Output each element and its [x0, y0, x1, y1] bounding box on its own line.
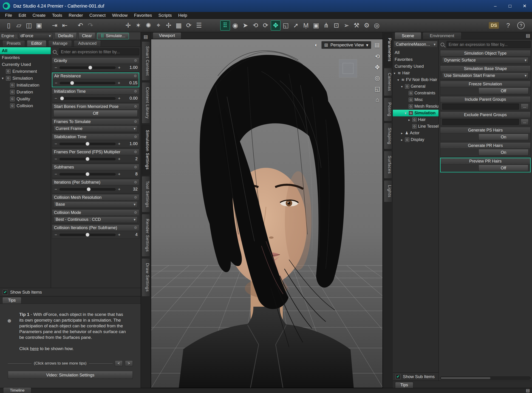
param-value[interactable]: 0.00	[123, 96, 138, 101]
translate-tool-icon[interactable]: ✥	[271, 20, 280, 30]
tab-lights[interactable]: Lights	[384, 180, 392, 202]
maximize-button[interactable]: □	[502, 0, 517, 12]
scale-tool-icon[interactable]: ◱	[281, 20, 291, 30]
menu-window[interactable]: Window	[109, 12, 131, 19]
param-menu-icon[interactable]: ⚙	[134, 89, 137, 93]
param-menu-icon[interactable]: ⚙	[134, 104, 137, 108]
lighting-sphere-icon[interactable]: ◐	[315, 42, 318, 48]
close-button[interactable]: ✕	[517, 0, 532, 12]
tab-posing[interactable]: Posing	[384, 98, 392, 121]
rotate-tool-icon[interactable]: ⟲	[251, 20, 260, 30]
tree-item-mesh-resolution[interactable]: G Mesh Resolu...	[393, 103, 438, 110]
create-light-icon[interactable]: ✺	[144, 20, 153, 30]
iterations-slider[interactable]	[60, 188, 115, 191]
tab-presets[interactable]: Presets	[2, 40, 25, 47]
tree-item-constraints[interactable]: G Constraints	[393, 90, 438, 96]
create-instance-icon[interactable]: ⟳	[184, 20, 194, 30]
param-menu-icon[interactable]: ⚙	[134, 195, 137, 200]
increment-button[interactable]: +	[117, 172, 121, 177]
slider-handle[interactable]	[86, 172, 89, 176]
air-resistance-slider[interactable]	[60, 82, 115, 84]
param-value[interactable]: 32	[123, 187, 138, 192]
exclude-parent-groups-field[interactable]	[442, 119, 519, 125]
scene-category-all[interactable]: All	[393, 49, 438, 56]
tab-parameters[interactable]: Parameters	[384, 33, 392, 66]
param-menu-icon[interactable]: ⚙	[134, 59, 137, 63]
redo-icon[interactable]: ↷	[86, 20, 95, 30]
create-prop-icon[interactable]: ✶	[134, 20, 143, 30]
param-menu-icon[interactable]: ⚙	[134, 165, 137, 169]
pane-menu-icon[interactable]: ▤	[374, 42, 380, 48]
simulate-button[interactable]: ⠿ Simulate...	[97, 33, 129, 39]
new-file-icon[interactable]: ▯	[4, 20, 14, 30]
orbit-view-icon[interactable]: ⟲	[375, 53, 380, 60]
create-group-icon[interactable]: ▦	[174, 20, 184, 30]
increment-button[interactable]: +	[117, 157, 121, 162]
decrement-button[interactable]: −	[54, 141, 58, 147]
param-value[interactable]: 1.00	[123, 65, 138, 70]
menu-help[interactable]: Help	[175, 12, 190, 19]
next-tip-button[interactable]: >	[125, 360, 133, 366]
increment-button[interactable]: +	[117, 232, 121, 237]
start-bones-toggle[interactable]: Off	[54, 110, 138, 117]
show-sub-items-checkbox[interactable]: ✔	[3, 290, 8, 295]
preview-pr-hairs-toggle[interactable]: Off	[478, 165, 528, 171]
pointer-settings-icon[interactable]: ➢	[342, 20, 351, 30]
category-initialization[interactable]: GInitialization	[0, 82, 51, 88]
import-icon[interactable]: ⇥	[50, 20, 60, 30]
node-selection-tool-icon[interactable]: ➤	[240, 20, 250, 30]
tip-here-link[interactable]: here	[30, 346, 39, 351]
slider-handle[interactable]	[60, 96, 64, 100]
subframes-slider[interactable]	[60, 173, 115, 175]
surface-selection-tool-icon[interactable]: Ṃ	[301, 20, 311, 30]
tree-item-misc[interactable]: G Misc	[393, 96, 438, 103]
scene-show-sub-items-checkbox[interactable]: ✔	[396, 374, 401, 379]
tree-item-actor[interactable]: ▸ ♟ Actor	[393, 130, 438, 136]
tab-advanced[interactable]: Advanced	[74, 40, 101, 47]
scene-filter-input[interactable]	[447, 41, 531, 48]
pane-menu-icon[interactable]: ▤	[526, 33, 530, 39]
decrement-button[interactable]: −	[54, 81, 58, 86]
category-quality[interactable]: GQuality	[0, 95, 51, 102]
expander-icon[interactable]: ▾	[2, 76, 6, 80]
tab-surfaces[interactable]: Surfaces	[384, 151, 392, 179]
param-value[interactable]: 2	[123, 157, 138, 161]
category-collision[interactable]: GCollision	[0, 102, 51, 109]
tree-item-hair-child[interactable]: ▸ G Hair	[393, 116, 438, 123]
slider-handle[interactable]	[87, 187, 90, 191]
simulation-base-shape-dropdown[interactable]: Use Simulation Start Frame ▾	[442, 73, 529, 79]
tree-item-fv-noir-bob-hair[interactable]: ▾ ≋ FV Noir Bob Hair ...	[393, 76, 438, 83]
increment-button[interactable]: +	[117, 65, 121, 70]
expander-icon[interactable]: ▾	[397, 78, 401, 82]
category-all[interactable]: All	[0, 47, 51, 54]
increment-button[interactable]: +	[117, 141, 121, 147]
expander-icon[interactable]: ▸	[401, 131, 405, 135]
menu-render[interactable]: Render	[65, 12, 86, 19]
menu-connect[interactable]: Connect	[86, 12, 109, 19]
tab-tips[interactable]: Tips	[2, 297, 21, 304]
scrollbar-thumb[interactable]	[441, 377, 490, 379]
param-menu-icon[interactable]: ⚙	[134, 150, 137, 154]
parameter-filter-input[interactable]	[59, 49, 139, 55]
decrement-button[interactable]: −	[54, 232, 58, 237]
expander-icon[interactable]: ▸	[408, 118, 412, 122]
gravity-slider[interactable]	[60, 67, 115, 69]
minimize-button[interactable]: –	[488, 0, 502, 12]
collision-mesh-resolution-dropdown[interactable]: Base ▾	[54, 201, 138, 208]
slider-handle[interactable]	[86, 233, 89, 237]
tab-scene[interactable]: Scene	[395, 32, 421, 39]
expander-icon[interactable]: ▾	[394, 71, 398, 75]
slider-handle[interactable]	[70, 81, 74, 85]
freeze-simulation-toggle[interactable]: Off	[478, 88, 529, 94]
home-view-icon[interactable]: ⌂	[376, 96, 379, 103]
tab-environment[interactable]: Environment	[423, 32, 462, 39]
viewport-grid-tool-icon[interactable]: ⠿	[220, 20, 230, 30]
decrement-button[interactable]: −	[54, 96, 58, 101]
help-icon[interactable]: ?	[517, 22, 525, 29]
scene-node-dropdown[interactable]: CatherineMasonHair ▾	[394, 41, 438, 48]
decrement-button[interactable]: −	[54, 65, 58, 70]
tab-viewport[interactable]: Viewport	[153, 32, 181, 39]
param-value[interactable]: 4	[123, 232, 138, 237]
create-node-icon[interactable]: ✢	[164, 20, 174, 30]
tab-cameras[interactable]: Cameras	[384, 68, 392, 96]
